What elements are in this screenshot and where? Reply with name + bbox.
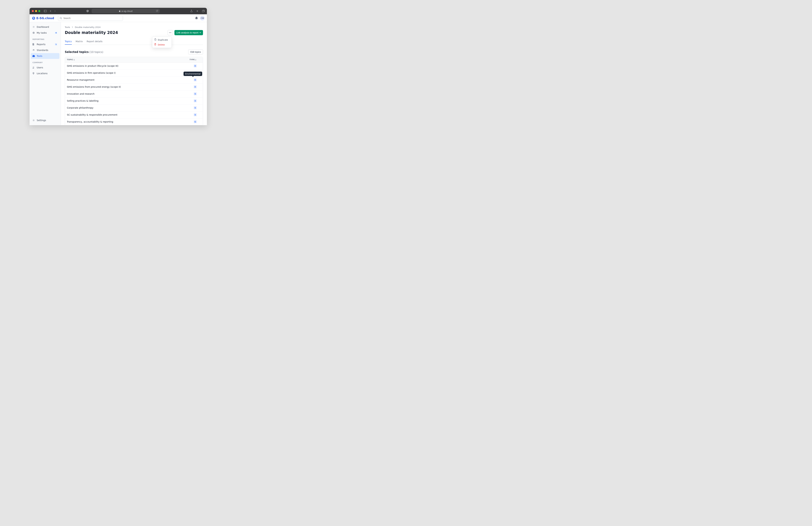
type-badge[interactable]: E [194,64,197,68]
badge-count: 1 [54,43,58,46]
forward-icon[interactable] [54,10,56,12]
address-bar[interactable]: e-sg.cloud [91,9,160,13]
sidebar-item-label: Reports [37,43,45,46]
breadcrumb: Tools Double materiality 2024 [65,26,203,28]
table-row[interactable]: GHG emissions in firm operations (scope … [65,70,203,76]
cell-type: S [189,106,201,109]
sidebar-item-users[interactable]: Users [31,64,59,71]
tab-matrix[interactable]: Matrix [76,39,83,45]
sidebar-toggle-icon[interactable] [44,10,47,12]
table-row[interactable]: Innovation and researchS [65,90,203,98]
document-icon [32,43,35,45]
users-icon [32,67,35,69]
sidebar-item-label: Standards [37,49,48,52]
check-circle-icon [32,32,35,34]
bell-icon[interactable] [195,16,198,20]
maximize-window-icon[interactable] [38,10,40,12]
menu-item-delete[interactable]: Delete [153,42,171,47]
avatar[interactable]: CW [200,16,205,20]
traffic-lights [32,10,40,12]
tab-topics[interactable]: Topics [65,39,72,45]
edit-topics-button[interactable]: Edit topics [188,49,203,55]
svg-rect-17 [155,39,156,41]
svg-rect-2 [119,11,120,12]
type-badge[interactable]: E [194,78,197,81]
shield-icon[interactable] [86,10,89,12]
type-badge[interactable]: S [194,106,197,109]
close-window-icon[interactable] [32,10,34,12]
table-row[interactable]: GHG emissions from procured energy (scop… [65,84,203,90]
sidebar-item-label: Tools [37,55,42,57]
badge-count: 4 [54,32,58,34]
share-icon[interactable] [190,10,193,12]
search-field[interactable] [63,17,121,19]
cell-topic: GHG emissions from procured energy (scop… [67,86,189,88]
table-row[interactable]: Transparency, accountability & reporting… [65,118,203,125]
chevron-down-icon [200,32,201,33]
logo[interactable]: E-SG.cloud [32,16,54,20]
table-row[interactable]: Ressource managementEEnvironmental [65,76,203,84]
tooltip: Environmental [184,72,202,76]
new-tab-icon[interactable] [196,10,199,12]
svg-rect-0 [44,10,47,12]
cell-topic: Selling practices & labelling [67,100,189,102]
sidebar: Dashboard My tasks 4 REPORTING Reports 1… [30,22,61,125]
section-title: Selected topics [65,50,89,54]
cell-topic: Transparency, accountability & reporting [67,120,189,123]
search-icon [60,17,62,19]
sidebar-item-standards[interactable]: Standards [31,47,59,53]
search-input[interactable] [58,16,123,21]
sidebar-item-reports[interactable]: Reports 1 [31,41,59,47]
logo-text: E-SG.cloud [37,16,54,20]
sidebar-item-my-tasks[interactable]: My tasks 4 [31,30,59,36]
url-text: e-sg.cloud [121,10,132,12]
type-badge[interactable]: S [194,99,197,102]
pin-icon [32,72,35,74]
column-header-topic[interactable]: TOPIC ▴▾ [67,59,189,61]
ellipsis-icon [169,32,171,33]
table-row[interactable]: GHG emissions in product lifecycle (scop… [65,62,203,70]
refresh-icon[interactable] [156,10,158,13]
menu-item-label: Duplicate [158,39,168,41]
trash-icon [154,43,157,46]
sidebar-item-locations[interactable]: Locations [31,71,59,76]
cell-type: G [189,120,201,123]
lock-icon [119,10,120,12]
svg-point-13 [33,120,34,121]
sidebar-section-company: COMPANY [31,59,59,64]
logo-icon [32,16,35,20]
sidebar-item-tools[interactable]: Tools [31,53,59,59]
breadcrumb-root[interactable]: Tools [65,26,70,28]
type-badge[interactable]: S [194,113,197,116]
tabs-icon[interactable] [202,10,205,12]
column-header-type[interactable]: TYPE ▴▾ [189,59,201,61]
sort-icon: ▴▾ [74,59,74,61]
svg-point-12 [34,67,34,68]
table-row[interactable]: Selling practices & labellingS [65,98,203,104]
cell-topic: GHG emissions in product lifecycle (scop… [67,64,189,67]
table-row[interactable]: SC sustainability & responsible procurem… [65,111,203,118]
link-analysis-button[interactable]: Link analysis to report [174,30,203,35]
table-row[interactable]: Corporate philanthropyS [65,104,203,111]
type-badge[interactable]: S [194,92,197,95]
browser-window: e-sg.cloud E-SG.cloud [30,8,207,125]
titlebar: e-sg.cloud [30,8,207,14]
table-header: TOPIC ▴▾ TYPE ▴▾ [65,57,203,62]
tab-report-details[interactable]: Report details [87,39,103,45]
back-icon[interactable] [50,10,52,12]
cell-type: E [189,64,201,68]
minimize-window-icon[interactable] [35,10,37,12]
sidebar-item-label: Users [37,66,43,69]
cell-topic: Corporate philanthropy [67,106,189,109]
cell-type: S [189,92,201,95]
sidebar-item-settings[interactable]: Settings [31,117,59,123]
menu-item-duplicate[interactable]: Duplicate [153,37,171,42]
type-badge[interactable]: E [194,85,197,88]
more-button[interactable] [168,30,173,35]
sidebar-item-dashboard[interactable]: Dashboard [31,24,59,30]
cell-type: E [189,85,201,88]
sidebar-section-reporting: REPORTING [31,36,59,41]
gear-icon [32,119,35,121]
type-badge[interactable]: G [194,120,197,123]
svg-rect-5 [202,10,204,12]
